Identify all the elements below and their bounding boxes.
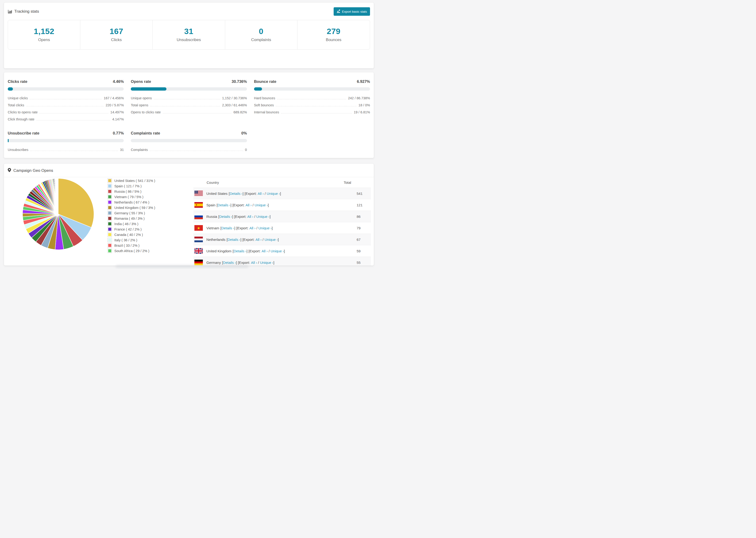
legend-item: United Kingdom ( 59 / 3% ) xyxy=(108,206,176,210)
export-all-link[interactable]: All › xyxy=(257,191,264,195)
rate-block: Unsubscribe rate 0.77% Unsubscribes 31 xyxy=(8,131,124,152)
page-title: Tracking stats xyxy=(14,9,39,14)
export-all-link[interactable]: All › xyxy=(255,238,261,242)
legend-label: Germany ( 55 / 3% ) xyxy=(114,211,145,215)
stat-value: 1,152 xyxy=(8,27,80,36)
legend-item: France ( 42 / 2% ) xyxy=(108,227,176,231)
export-unique-link[interactable]: Unique › xyxy=(260,260,273,265)
stat-label: Unsubscribes xyxy=(153,37,225,42)
legend-item: Italy ( 36 / 2% ) xyxy=(108,238,176,242)
stat-value: 279 xyxy=(297,27,370,36)
export-icon xyxy=(337,9,340,14)
details-link[interactable]: Details › xyxy=(234,249,246,253)
table-row: United States [Details ›] [Export: All ›… xyxy=(193,188,371,199)
legend-swatch xyxy=(108,233,112,237)
dotted-leader xyxy=(276,106,357,106)
rate-rows: Unique opens 1,152 / 30.736% Total opens… xyxy=(131,96,247,114)
legend-item: India ( 46 / 3% ) xyxy=(108,222,176,226)
legend-label: Brazil ( 33 / 2% ) xyxy=(114,243,139,247)
dotted-leader xyxy=(26,106,104,106)
rate-progress-bar xyxy=(8,87,124,91)
legend-swatch xyxy=(108,238,112,242)
export-unique-link[interactable]: Unique › xyxy=(256,215,270,219)
rate-title: Unsubscribe rate xyxy=(8,131,39,135)
details-link[interactable]: Details › xyxy=(219,215,232,219)
rate-title: Complaints rate xyxy=(131,131,160,135)
rate-rows: Unique clicks 167 / 4.456% Total clicks … xyxy=(8,96,124,121)
legend-swatch xyxy=(108,222,112,226)
stats-row: 1,152 Opens 167 Clicks 31 Unsubscribes 0… xyxy=(8,20,370,50)
legend-item: Vietnam ( 79 / 5% ) xyxy=(108,195,176,199)
geo-table-body: United States [Details ›] [Export: All ›… xyxy=(193,188,371,266)
details-link[interactable]: Details › xyxy=(230,191,243,195)
flag-vn-icon: ★ xyxy=(194,225,203,231)
geo-legend: United States ( 541 / 31% ) Spain ( 121 … xyxy=(108,179,176,254)
rate-value: 6.927% xyxy=(357,79,370,84)
details-link[interactable]: Details › xyxy=(221,226,234,230)
rate-rows: Complaints 0 xyxy=(131,148,247,152)
legend-swatch xyxy=(108,243,112,247)
stat-value: 167 xyxy=(80,27,152,36)
rate-row-value: 1,152 / 30.736% xyxy=(222,96,247,100)
flag-de-icon xyxy=(194,260,203,265)
rate-row-label: Opens to clicks rate xyxy=(131,110,161,114)
export-prefix: [Export: xyxy=(236,226,248,230)
rate-rows: Hard bounces 242 / 86.738% Soft bounces … xyxy=(254,96,370,114)
export-basic-stats-button[interactable]: Export basic stats xyxy=(334,7,370,16)
rate-row-value: 2,303 / 61.446% xyxy=(222,103,247,107)
details-link[interactable]: Details › xyxy=(228,238,241,242)
rate-block: Clicks rate 4.46% Unique clicks 167 / 4.… xyxy=(8,79,124,121)
export-all-link[interactable]: All › xyxy=(247,215,253,219)
country-name: Netherlands xyxy=(206,238,225,242)
export-unique-link[interactable]: Unique › xyxy=(267,191,280,195)
rate-row-label: Soft bounces xyxy=(254,103,274,107)
rate-value: 4.46% xyxy=(113,79,124,84)
legend-label: United Kingdom ( 59 / 3% ) xyxy=(114,206,155,210)
export-all-link[interactable]: All › xyxy=(251,260,257,265)
legend-item: Romania ( 49 / 3% ) xyxy=(108,216,176,220)
export-unique-link[interactable]: Unique › xyxy=(258,226,272,230)
stat-value: 31 xyxy=(153,27,225,36)
export-prefix: [Export: xyxy=(242,238,254,242)
rate-row-value: 31 xyxy=(120,148,124,152)
bottom-shadow xyxy=(116,265,248,269)
rate-block: Complaints rate 0% Complaints 0 xyxy=(131,131,247,152)
bar-chart-icon xyxy=(8,9,12,14)
export-all-link[interactable]: All › xyxy=(249,226,255,230)
export-unique-link[interactable]: Unique › xyxy=(270,249,284,253)
dotted-leader xyxy=(150,106,220,106)
table-row: Russia [Details ›] [Export: All › / Uniq… xyxy=(193,211,371,222)
rate-row: Clicks to opens rate 14.497% xyxy=(8,110,124,114)
country-total: 79 xyxy=(357,226,371,230)
rate-row: Complaints 0 xyxy=(131,148,247,152)
rate-row-value: 242 / 86.738% xyxy=(348,96,370,100)
rate-row: Click through rate 4.147% xyxy=(8,117,124,121)
export-unique-link[interactable]: Unique › xyxy=(254,203,268,207)
export-all-link[interactable]: All › xyxy=(261,249,268,253)
rate-title: Clicks rate xyxy=(8,79,27,84)
rate-row-value: 14.497% xyxy=(110,110,124,114)
details-link[interactable]: Details › xyxy=(218,203,231,207)
table-row: United Kingdom [Details ›] [Export: All … xyxy=(193,245,371,256)
stat-box: 0 Complaints xyxy=(225,20,297,49)
legend-swatch xyxy=(108,189,112,193)
stat-value: 0 xyxy=(225,27,297,36)
stat-box: 167 Clicks xyxy=(80,20,153,49)
flag-es-icon xyxy=(194,202,203,208)
dotted-leader xyxy=(29,99,102,99)
column-total: Total xyxy=(344,181,371,185)
rate-value: 30.736% xyxy=(232,79,247,84)
rate-row-label: Unique clicks xyxy=(8,96,28,100)
country-total: 67 xyxy=(357,238,371,242)
rate-row-label: Total clicks xyxy=(8,103,24,107)
legend-item: Germany ( 55 / 3% ) xyxy=(108,211,176,215)
rate-title: Bounce rate xyxy=(254,79,276,84)
rate-row-label: Click through rate xyxy=(8,117,34,121)
details-link[interactable]: Details › xyxy=(223,260,236,265)
export-all-link[interactable]: All › xyxy=(245,203,252,207)
legend-label: Russia ( 86 / 5% ) xyxy=(114,190,141,193)
rate-value: 0% xyxy=(242,131,247,135)
export-unique-link[interactable]: Unique › xyxy=(265,238,278,242)
legend-item: Russia ( 86 / 5% ) xyxy=(108,189,176,193)
legend-swatch xyxy=(108,200,112,204)
